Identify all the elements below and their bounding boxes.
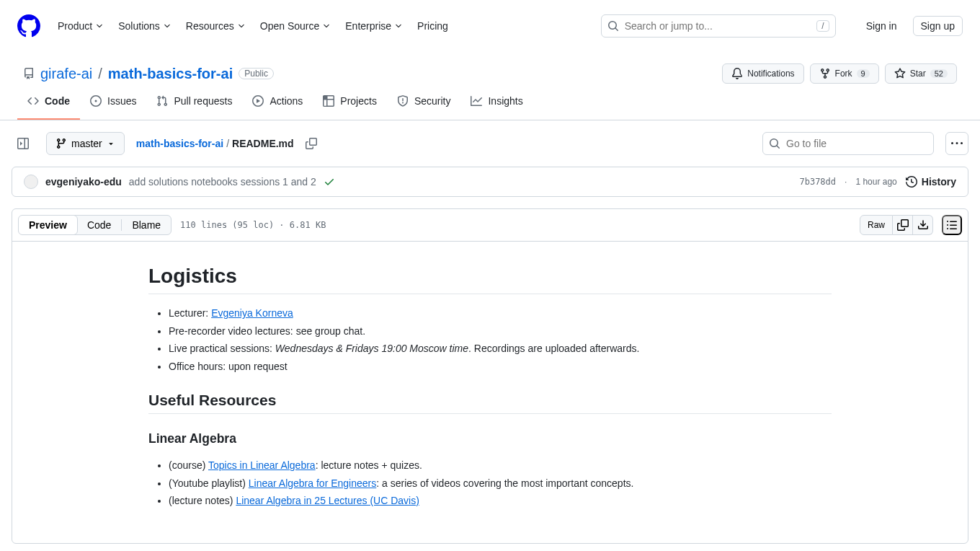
latest-commit: evgeniyako-edu add solutions notebooks s… [12,167,968,197]
triangle-down-icon [107,139,115,148]
tab-insights[interactable]: Insights [460,89,533,120]
raw-button[interactable]: Raw [860,215,893,235]
tab-pull-requests[interactable]: Pull requests [146,89,242,120]
copy-icon [306,138,317,149]
commit-sha[interactable]: 7b378dd [799,177,836,187]
nav-solutions[interactable]: Solutions [112,14,177,38]
repo-header: girafe-ai / math-basics-for-ai Public No… [0,52,980,84]
copy-button[interactable] [893,215,913,235]
lecturer-link[interactable]: Evgeniya Korneva [211,307,293,319]
list-item: (lecture notes) Linear Algebra in 25 Lec… [169,493,832,508]
breadcrumb-file: README.md [232,138,294,149]
heading-logistics: Logistics [148,265,832,294]
slash-shortcut: / [816,20,829,32]
resource-link[interactable]: Linear Algebra in 25 Lectures (UC Davis) [236,495,419,506]
commit-message[interactable]: add solutions notebooks sessions 1 and 2 [129,176,316,188]
repo-title: girafe-ai / math-basics-for-ai [40,66,233,82]
tab-blame[interactable]: Blame [122,216,171,234]
pr-icon [156,95,168,107]
nav-open-source[interactable]: Open Source [254,14,337,38]
list-item: Office hours: upon request [169,359,832,374]
star-button[interactable]: Star 52 [885,63,957,84]
commit-time: 1 hour ago [855,177,896,187]
actions-icon [252,95,264,107]
repo-tabs: Code Issues Pull requests Actions Projec… [0,89,980,120]
chevron-down-icon [95,22,104,30]
chevron-down-icon [394,22,403,30]
graph-icon [471,95,482,107]
list-item: (Youtube playlist) Linear Algebra for En… [169,476,832,491]
author-avatar[interactable] [24,175,38,189]
chevron-down-icon [237,22,246,30]
go-to-file[interactable] [762,132,934,155]
tab-code-view[interactable]: Code [77,216,121,234]
nav-pricing[interactable]: Pricing [411,14,454,38]
commit-author[interactable]: evgeniyako-edu [45,176,122,188]
tab-projects[interactable]: Projects [313,89,387,120]
repo-owner-link[interactable]: girafe-ai [40,66,92,82]
nav-resources[interactable]: Resources [180,14,251,38]
repo-icon [23,68,35,79]
download-button[interactable] [913,215,933,235]
repo-name-link[interactable]: math-basics-for-ai [108,66,233,82]
tab-code[interactable]: Code [17,89,80,120]
side-panel-toggle[interactable] [12,132,35,155]
global-header: Product Solutions Resources Open Source … [0,0,980,52]
visibility-label: Public [239,68,274,79]
history-link[interactable]: History [906,176,956,188]
chevron-down-icon [163,22,172,30]
tab-actions[interactable]: Actions [242,89,313,120]
copy-path-button[interactable] [300,132,323,155]
breadcrumb: math-basics-for-ai / README.md [136,132,323,155]
list-item: (course) Topics in Linear Algebra: lectu… [169,458,832,473]
notifications-button[interactable]: Notifications [722,63,803,84]
repo-separator: / [98,66,102,82]
projects-icon [323,95,334,107]
breadcrumb-repo[interactable]: math-basics-for-ai [136,138,223,149]
branch-select[interactable]: master [46,132,125,155]
sidebar-collapse-icon [17,138,29,149]
fork-icon [819,68,831,79]
bell-icon [731,68,743,79]
readme-content: Logistics Lecturer: Evgeniya Korneva Pre… [125,242,855,543]
global-nav: Product Solutions Resources Open Source … [52,14,454,38]
check-icon[interactable] [324,176,335,188]
github-logo[interactable] [17,14,40,38]
branch-icon [55,138,67,149]
resource-link[interactable]: Topics in Linear Algebra [208,459,316,471]
list-icon [946,219,958,231]
kebab-icon [951,138,963,149]
download-icon [917,219,929,231]
sign-up-button[interactable]: Sign up [913,16,963,36]
repo-actions: Notifications Fork 9 Star 52 [722,63,957,84]
file-view: Preview Code Blame 110 lines (95 loc) · … [12,208,968,544]
copy-icon [897,219,909,231]
list-item: Live practical sessions: Wednesdays & Fr… [169,341,832,356]
view-tabs: Preview Code Blame [18,215,172,235]
fork-button[interactable]: Fork 9 [810,63,879,84]
issues-icon [90,95,102,107]
search-icon [769,138,780,149]
tab-issues[interactable]: Issues [80,89,146,120]
sign-in-link[interactable]: Sign in [859,16,904,36]
resource-link[interactable]: Linear Algebra for Engineers [249,477,376,489]
tab-preview[interactable]: Preview [18,215,78,235]
search-input[interactable] [625,20,811,32]
heading-linear-algebra: Linear Algebra [148,431,832,446]
star-count: 52 [930,69,948,78]
shield-icon [397,95,409,107]
global-search[interactable]: / [601,14,836,38]
go-to-file-input[interactable] [786,138,927,149]
nav-enterprise[interactable]: Enterprise [339,14,409,38]
auth-links: Sign in Sign up [859,16,963,36]
star-icon [894,68,906,79]
more-options-button[interactable] [945,132,968,155]
file-header: Preview Code Blame 110 lines (95 loc) · … [12,209,968,242]
nav-product[interactable]: Product [52,14,110,38]
tab-security[interactable]: Security [387,89,461,120]
file-actions: Raw [860,215,962,235]
outline-button[interactable] [942,215,962,235]
list-item: Lecturer: Evgeniya Korneva [169,306,832,321]
heading-useful-resources: Useful Resources [148,392,832,414]
file-nav: master math-basics-for-ai / README.md [12,132,968,155]
